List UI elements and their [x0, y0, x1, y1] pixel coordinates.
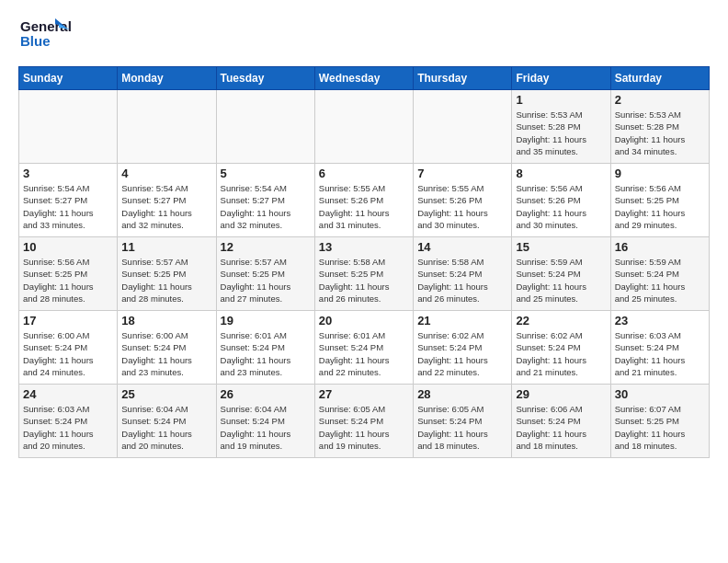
calendar-cell: [314, 90, 413, 164]
day-number: 19: [221, 314, 311, 327]
calendar-cell: 17Sunrise: 6:00 AMSunset: 5:24 PMDayligh…: [19, 311, 118, 385]
day-number: 21: [417, 314, 507, 327]
day-info: Sunrise: 5:54 AMSunset: 5:27 PMDaylight:…: [221, 182, 311, 231]
day-number: 13: [319, 240, 409, 254]
day-info: Sunrise: 6:03 AMSunset: 5:24 PMDaylight:…: [615, 329, 705, 378]
day-info: Sunrise: 6:04 AMSunset: 5:24 PMDaylight:…: [221, 403, 311, 452]
weekday-saturday: Saturday: [610, 67, 709, 90]
day-info: Sunrise: 6:01 AMSunset: 5:24 PMDaylight:…: [319, 329, 409, 378]
day-info: Sunrise: 5:56 AMSunset: 5:25 PMDaylight:…: [23, 256, 113, 304]
day-number: 22: [516, 314, 606, 327]
day-number: 24: [23, 387, 113, 401]
day-number: 20: [319, 314, 409, 327]
calendar-cell: 24Sunrise: 6:03 AMSunset: 5:24 PMDayligh…: [19, 385, 118, 458]
calendar-cell: 8Sunrise: 5:56 AMSunset: 5:26 PMDaylight…: [512, 164, 610, 237]
day-number: 10: [23, 240, 113, 254]
day-number: 16: [615, 240, 705, 254]
day-number: 2: [615, 93, 705, 107]
day-number: 12: [221, 240, 311, 254]
day-info: Sunrise: 6:07 AMSunset: 5:25 PMDaylight:…: [615, 403, 705, 452]
calendar-header: SundayMondayTuesdayWednesdayThursdayFrid…: [19, 67, 710, 90]
day-info: Sunrise: 6:01 AMSunset: 5:24 PMDaylight:…: [221, 329, 311, 378]
day-info: Sunrise: 5:55 AMSunset: 5:26 PMDaylight:…: [319, 182, 409, 231]
calendar-cell: 19Sunrise: 6:01 AMSunset: 5:24 PMDayligh…: [216, 311, 314, 385]
day-number: 30: [615, 387, 705, 401]
day-number: 17: [23, 314, 113, 327]
calendar-cell: 29Sunrise: 6:06 AMSunset: 5:24 PMDayligh…: [512, 385, 610, 458]
calendar-cell: 7Sunrise: 5:55 AMSunset: 5:26 PMDaylight…: [414, 164, 512, 237]
logo: GeneralBlue: [18, 15, 74, 55]
day-number: 3: [23, 167, 113, 180]
day-info: Sunrise: 5:53 AMSunset: 5:28 PMDaylight:…: [516, 109, 606, 157]
calendar-cell: 27Sunrise: 6:05 AMSunset: 5:24 PMDayligh…: [314, 385, 413, 458]
day-info: Sunrise: 5:54 AMSunset: 5:27 PMDaylight:…: [23, 182, 113, 231]
calendar-cell: 11Sunrise: 5:57 AMSunset: 5:25 PMDayligh…: [118, 237, 216, 311]
day-number: 8: [516, 167, 606, 180]
calendar-cell: 22Sunrise: 6:02 AMSunset: 5:24 PMDayligh…: [512, 311, 610, 385]
day-info: Sunrise: 6:00 AMSunset: 5:24 PMDaylight:…: [23, 329, 113, 378]
calendar-week-4: 17Sunrise: 6:00 AMSunset: 5:24 PMDayligh…: [19, 311, 710, 385]
weekday-wednesday: Wednesday: [314, 67, 413, 90]
calendar-cell: 6Sunrise: 5:55 AMSunset: 5:26 PMDaylight…: [314, 164, 413, 237]
logo-svg: GeneralBlue: [18, 15, 74, 55]
calendar-cell: 18Sunrise: 6:00 AMSunset: 5:24 PMDayligh…: [118, 311, 216, 385]
day-info: Sunrise: 6:04 AMSunset: 5:24 PMDaylight:…: [121, 403, 211, 452]
weekday-tuesday: Tuesday: [216, 67, 314, 90]
page: GeneralBlue SundayMondayTuesdayWednesday…: [0, 0, 728, 473]
calendar-cell: 16Sunrise: 5:59 AMSunset: 5:24 PMDayligh…: [610, 237, 709, 311]
calendar-cell: 21Sunrise: 6:02 AMSunset: 5:24 PMDayligh…: [414, 311, 512, 385]
calendar-cell: 15Sunrise: 5:59 AMSunset: 5:24 PMDayligh…: [512, 237, 610, 311]
day-info: Sunrise: 6:05 AMSunset: 5:24 PMDaylight:…: [319, 403, 409, 452]
calendar-week-5: 24Sunrise: 6:03 AMSunset: 5:24 PMDayligh…: [19, 385, 710, 458]
day-number: 18: [121, 314, 211, 327]
calendar-week-3: 10Sunrise: 5:56 AMSunset: 5:25 PMDayligh…: [19, 237, 710, 311]
day-number: 14: [417, 240, 507, 254]
day-number: 9: [615, 167, 705, 180]
day-number: 27: [319, 387, 409, 401]
calendar-cell: 20Sunrise: 6:01 AMSunset: 5:24 PMDayligh…: [314, 311, 413, 385]
calendar-cell: 30Sunrise: 6:07 AMSunset: 5:25 PMDayligh…: [610, 385, 709, 458]
day-number: 23: [615, 314, 705, 327]
day-info: Sunrise: 5:57 AMSunset: 5:25 PMDaylight:…: [221, 256, 311, 304]
calendar-cell: 26Sunrise: 6:04 AMSunset: 5:24 PMDayligh…: [216, 385, 314, 458]
day-info: Sunrise: 6:02 AMSunset: 5:24 PMDaylight:…: [417, 329, 507, 378]
day-info: Sunrise: 5:53 AMSunset: 5:28 PMDaylight:…: [615, 109, 705, 157]
calendar-cell: 14Sunrise: 5:58 AMSunset: 5:24 PMDayligh…: [414, 237, 512, 311]
weekday-monday: Monday: [118, 67, 216, 90]
calendar-cell: 23Sunrise: 6:03 AMSunset: 5:24 PMDayligh…: [610, 311, 709, 385]
calendar-week-2: 3Sunrise: 5:54 AMSunset: 5:27 PMDaylight…: [19, 164, 710, 237]
header: GeneralBlue: [18, 15, 710, 55]
calendar-cell: 28Sunrise: 6:05 AMSunset: 5:24 PMDayligh…: [414, 385, 512, 458]
calendar-cell: [216, 90, 314, 164]
calendar-cell: [118, 90, 216, 164]
day-number: 7: [417, 167, 507, 180]
weekday-sunday: Sunday: [19, 67, 118, 90]
day-number: 1: [516, 93, 606, 107]
day-number: 4: [121, 167, 211, 180]
calendar-cell: 2Sunrise: 5:53 AMSunset: 5:28 PMDaylight…: [610, 90, 709, 164]
day-info: Sunrise: 5:56 AMSunset: 5:25 PMDaylight:…: [615, 182, 705, 231]
calendar-cell: 5Sunrise: 5:54 AMSunset: 5:27 PMDaylight…: [216, 164, 314, 237]
day-info: Sunrise: 6:05 AMSunset: 5:24 PMDaylight:…: [417, 403, 507, 452]
calendar-cell: 25Sunrise: 6:04 AMSunset: 5:24 PMDayligh…: [118, 385, 216, 458]
calendar-cell: 1Sunrise: 5:53 AMSunset: 5:28 PMDaylight…: [512, 90, 610, 164]
day-number: 5: [221, 167, 311, 180]
calendar-week-1: 1Sunrise: 5:53 AMSunset: 5:28 PMDaylight…: [19, 90, 710, 164]
day-info: Sunrise: 5:58 AMSunset: 5:24 PMDaylight:…: [417, 256, 507, 304]
day-info: Sunrise: 6:00 AMSunset: 5:24 PMDaylight:…: [121, 329, 211, 378]
day-number: 29: [516, 387, 606, 401]
calendar-body: 1Sunrise: 5:53 AMSunset: 5:28 PMDaylight…: [19, 90, 710, 458]
calendar-table: SundayMondayTuesdayWednesdayThursdayFrid…: [18, 66, 710, 458]
day-info: Sunrise: 5:59 AMSunset: 5:24 PMDaylight:…: [615, 256, 705, 304]
calendar-cell: 13Sunrise: 5:58 AMSunset: 5:25 PMDayligh…: [314, 237, 413, 311]
day-info: Sunrise: 6:06 AMSunset: 5:24 PMDaylight:…: [516, 403, 606, 452]
svg-text:Blue: Blue: [20, 33, 51, 49]
calendar-cell: 4Sunrise: 5:54 AMSunset: 5:27 PMDaylight…: [118, 164, 216, 237]
weekday-thursday: Thursday: [414, 67, 512, 90]
weekday-header-row: SundayMondayTuesdayWednesdayThursdayFrid…: [19, 67, 710, 90]
day-info: Sunrise: 5:58 AMSunset: 5:25 PMDaylight:…: [319, 256, 409, 304]
day-number: 25: [121, 387, 211, 401]
calendar-cell: 12Sunrise: 5:57 AMSunset: 5:25 PMDayligh…: [216, 237, 314, 311]
day-number: 6: [319, 167, 409, 180]
calendar-cell: 3Sunrise: 5:54 AMSunset: 5:27 PMDaylight…: [19, 164, 118, 237]
